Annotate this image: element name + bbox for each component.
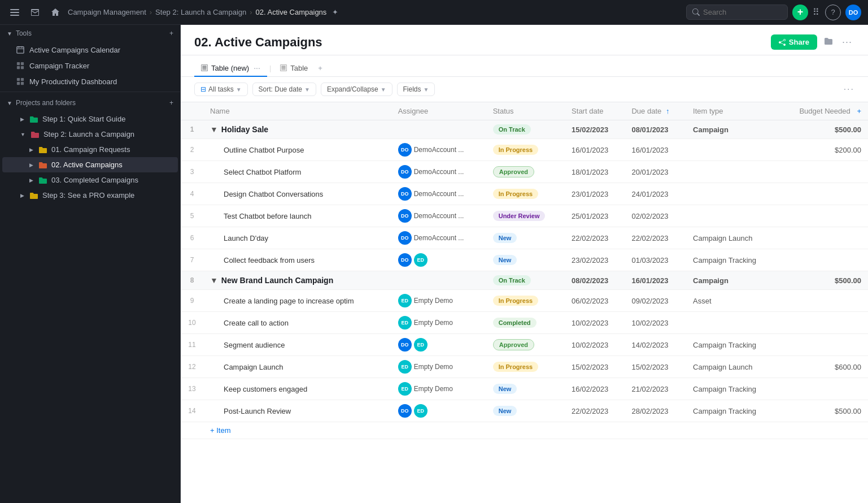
task-assignee[interactable]: DODemoAccount ... [391, 205, 486, 227]
col-budget[interactable]: Budget Needed + [778, 102, 868, 120]
task-name[interactable]: Create call to action [203, 312, 391, 334]
sidebar-item-step1[interactable]: ▶ Step 1: Quick Start Guide [2, 111, 178, 127]
filter-icon: ⊟ [200, 85, 206, 93]
pin-icon[interactable]: ✦ [332, 8, 338, 16]
table-row[interactable]: 1 ▼ Holiday Sale On Track 15/02/2023 08/… [181, 120, 868, 139]
sort-button[interactable]: Sort: Due date ▼ [252, 83, 316, 96]
col-item-type[interactable]: Item type [686, 102, 778, 120]
step3-chevron: ▶ [20, 193, 24, 198]
home-icon[interactable] [47, 5, 63, 20]
svg-rect-11 [17, 78, 20, 81]
table-row[interactable]: 5 Test Chatbot before launch DODemoAccou… [181, 205, 868, 227]
breadcrumb-item-2[interactable]: Step 2: Launch a Campaign [155, 8, 246, 16]
menu-icon[interactable] [7, 5, 23, 20]
sidebar-item-calendar[interactable]: Active Campaigns Calendar [2, 42, 178, 58]
task-assignee[interactable]: DOED [391, 400, 486, 422]
task-name[interactable]: Outline Chatbot Purpose [203, 139, 391, 161]
table-row[interactable]: 9 Create a landing page to increase opti… [181, 290, 868, 312]
tab-table-new[interactable]: Table (new) ··· [194, 60, 267, 77]
avatar[interactable]: DO [845, 5, 861, 20]
sidebar-item-tracker[interactable]: Campaign Tracker [2, 58, 178, 73]
col-assignee[interactable]: Assignee [391, 102, 486, 120]
task-assignee[interactable]: EDEmpty Demo [391, 290, 486, 312]
task-assignee[interactable]: EDEmpty Demo [391, 356, 486, 378]
task-budget [778, 312, 868, 334]
assignee-avatar: ED [398, 360, 412, 374]
col-due-date[interactable]: Due date ↑ [625, 102, 686, 120]
breadcrumb-item-1[interactable]: Campaign Management [68, 8, 146, 16]
add-button[interactable]: + [792, 5, 808, 20]
projects-chevron: ▼ [7, 100, 12, 106]
table-row[interactable]: 4 Design Chatbot Conversations DODemoAcc… [181, 183, 868, 205]
task-name[interactable]: Segment audience [203, 334, 391, 356]
task-name[interactable]: Campaign Launch [203, 356, 391, 378]
table-row[interactable]: 14 Post-Launch Review DOED New 22/02/202… [181, 400, 868, 422]
row-num: 5 [181, 205, 203, 227]
task-assignee[interactable]: DODemoAccount ... [391, 161, 486, 183]
task-name[interactable]: Design Chatbot Conversations [203, 183, 391, 205]
row-num: 3 [181, 161, 203, 183]
col-start-date[interactable]: Start date [565, 102, 625, 120]
tools-section-header[interactable]: ▼ Tools + [0, 25, 180, 42]
filters-bar: ⊟ All tasks ▼ Sort: Due date ▼ Expand/Co… [181, 77, 868, 102]
add-tab-button[interactable]: + [315, 60, 326, 76]
folder-button[interactable] [822, 34, 835, 50]
task-assignee[interactable]: DOED [391, 249, 486, 271]
task-assignee[interactable]: DODemoAccount ... [391, 139, 486, 161]
table-row[interactable]: 8 ▼ New Brand Launch Campaign On Track 0… [181, 271, 868, 290]
search-input[interactable] [703, 8, 777, 16]
task-name[interactable]: Post-Launch Review [203, 400, 391, 422]
table-row[interactable]: 6 Launch D'day DODemoAccount ... New 22/… [181, 227, 868, 249]
help-icon[interactable]: ? [825, 5, 841, 20]
group-start-date: 15/02/2023 [565, 120, 625, 139]
apps-icon[interactable]: ⠿ [813, 7, 821, 18]
task-name[interactable]: Collect feedback from users [203, 249, 391, 271]
add-item-row[interactable]: + Item [181, 422, 868, 439]
task-name[interactable]: Test Chatbot before launch [203, 205, 391, 227]
table-row[interactable]: 2 Outline Chatbot Purpose DODemoAccount … [181, 139, 868, 161]
mail-icon[interactable] [27, 5, 43, 20]
share-button[interactable]: Share [771, 34, 817, 50]
filters-more-button[interactable]: ··· [844, 84, 854, 94]
tab-table[interactable]: Table [273, 60, 315, 77]
task-name[interactable]: Select Chatbot Platform [203, 161, 391, 183]
table-row[interactable]: 11 Segment audience DOED Approved 10/02/… [181, 334, 868, 356]
col-status[interactable]: Status [486, 102, 565, 120]
task-assignee[interactable]: EDEmpty Demo [391, 312, 486, 334]
sidebar-item-step2[interactable]: ▼ Step 2: Launch a Campaign [2, 127, 178, 142]
task-assignee[interactable]: EDEmpty Demo [391, 378, 486, 400]
projects-add-icon[interactable]: + [169, 99, 173, 107]
projects-section-header[interactable]: ▼ Projects and folders + [0, 94, 180, 111]
filter-tasks-button[interactable]: ⊟ All tasks ▼ [194, 83, 248, 96]
col-name[interactable]: Name [203, 102, 391, 120]
table-row[interactable]: 7 Collect feedback from users DOED New 2… [181, 249, 868, 271]
task-assignee[interactable]: DOED [391, 334, 486, 356]
sidebar-item-active-campaigns[interactable]: ▶ 02. Active Campaigns [2, 157, 178, 172]
tools-add-icon[interactable]: + [169, 29, 173, 37]
group-chevron[interactable]: ▼ [210, 125, 218, 134]
group-chevron[interactable]: ▼ [210, 276, 218, 285]
more-button[interactable]: ··· [840, 34, 854, 50]
task-name[interactable]: Launch D'day [203, 227, 391, 249]
sidebar-item-completed-campaigns[interactable]: ▶ 03. Completed Campaigns [2, 172, 178, 188]
task-budget [778, 378, 868, 400]
task-budget: $200.00 [778, 139, 868, 161]
table-row[interactable]: 3 Select Chatbot Platform DODemoAccount … [181, 161, 868, 183]
sidebar-item-productivity[interactable]: My Productivity Dashboard [2, 73, 178, 89]
table-row[interactable]: 13 Keep customers engaged EDEmpty Demo N… [181, 378, 868, 400]
expand-button[interactable]: Expand/Collapse ▼ [321, 83, 392, 96]
task-assignee[interactable]: DODemoAccount ... [391, 183, 486, 205]
add-column-button[interactable]: + [857, 107, 861, 115]
sidebar-item-campaigns-req[interactable]: ▶ 01. Campaign Requests [2, 142, 178, 157]
table-row[interactable]: 10 Create call to action EDEmpty Demo Co… [181, 312, 868, 334]
task-name[interactable]: Keep customers engaged [203, 378, 391, 400]
search-box[interactable] [686, 5, 788, 20]
task-assignee[interactable]: DODemoAccount ... [391, 227, 486, 249]
tab-dots[interactable]: ··· [254, 63, 260, 72]
task-name[interactable]: Create a landing page to increase optim [203, 290, 391, 312]
row-num: 2 [181, 139, 203, 161]
sidebar-item-step3[interactable]: ▶ Step 3: See a PRO example [2, 188, 178, 203]
task-due-date: 16/01/2023 [625, 139, 686, 161]
table-row[interactable]: 12 Campaign Launch EDEmpty Demo In Progr… [181, 356, 868, 378]
fields-button[interactable]: Fields ▼ [397, 83, 435, 96]
